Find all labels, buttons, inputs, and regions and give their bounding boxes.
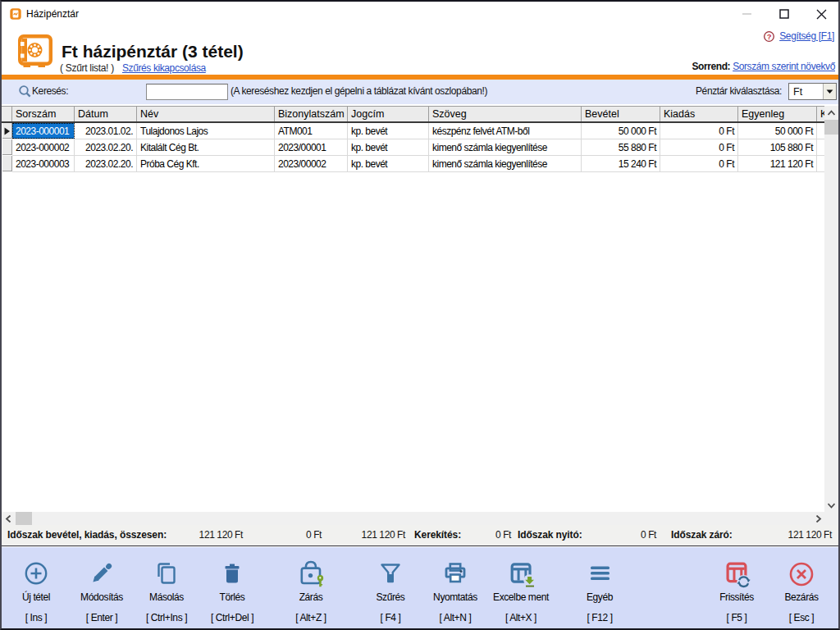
- svg-text:?: ?: [767, 32, 772, 41]
